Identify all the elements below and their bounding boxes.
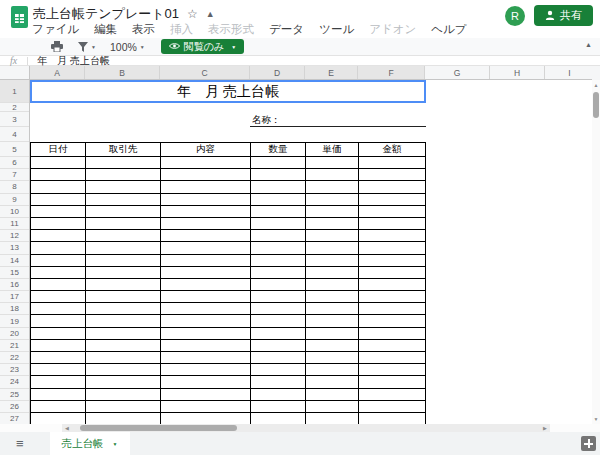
ledger-cell[interactable] (161, 181, 251, 193)
ledger-cell[interactable] (359, 217, 426, 229)
vertical-scrollbar[interactable]: ▲ ▼ (592, 80, 600, 424)
sheets-logo-icon[interactable] (11, 6, 28, 32)
ledger-cell[interactable] (251, 339, 306, 351)
ledger-cell[interactable] (161, 388, 251, 400)
ledger-cell[interactable] (86, 327, 161, 339)
menu-item-ヘルプ[interactable]: ヘルプ (431, 22, 466, 37)
ledger-cell[interactable] (86, 315, 161, 327)
row-header-22[interactable]: 22 (0, 352, 29, 364)
row-header-19[interactable]: 19 (0, 315, 29, 327)
scroll-down-icon[interactable]: ▼ (592, 414, 600, 424)
ledger-cell[interactable] (161, 193, 251, 205)
ledger-cell[interactable] (161, 230, 251, 242)
ledger-cell[interactable] (161, 352, 251, 364)
ledger-cell[interactable] (86, 412, 161, 424)
ledger-cell[interactable] (251, 278, 306, 290)
ledger-cell[interactable] (31, 205, 86, 217)
ledger-cell[interactable] (86, 388, 161, 400)
ledger-cell[interactable] (359, 400, 426, 412)
ledger-cell[interactable] (359, 352, 426, 364)
ledger-cell[interactable] (359, 412, 426, 424)
ledger-cell[interactable] (359, 303, 426, 315)
row-header-27[interactable]: 27 (0, 413, 29, 424)
select-all-corner[interactable] (0, 66, 30, 79)
column-header-E[interactable]: E (305, 66, 358, 79)
ledger-cell[interactable] (251, 400, 306, 412)
all-sheets-icon[interactable]: ≡ (16, 436, 24, 451)
ledger-cell[interactable] (359, 315, 426, 327)
ledger-cell[interactable] (161, 339, 251, 351)
ledger-cell[interactable] (31, 291, 86, 303)
ledger-header-数量[interactable]: 数量 (251, 143, 306, 157)
menu-item-ファイル[interactable]: ファイル (32, 22, 79, 37)
ledger-header-内容[interactable]: 内容 (161, 143, 251, 157)
row-header-7[interactable]: 7 (0, 169, 29, 181)
ledger-cell[interactable] (161, 169, 251, 181)
ledger-cell[interactable] (31, 352, 86, 364)
ledger-cell[interactable] (161, 376, 251, 388)
menu-item-編集[interactable]: 編集 (94, 22, 117, 37)
ledger-cell[interactable] (86, 303, 161, 315)
ledger-cell[interactable] (251, 169, 306, 181)
share-button[interactable]: 共有 (534, 5, 593, 26)
row-header-8[interactable]: 8 (0, 181, 29, 193)
ledger-cell[interactable] (161, 157, 251, 169)
ledger-cell[interactable] (251, 388, 306, 400)
ledger-cell[interactable] (306, 376, 359, 388)
ledger-cell[interactable] (251, 157, 306, 169)
ledger-cell[interactable] (306, 242, 359, 254)
ledger-cell[interactable] (251, 412, 306, 424)
ledger-cell[interactable] (86, 278, 161, 290)
column-header-D[interactable]: D (250, 66, 305, 79)
ledger-cell[interactable] (161, 303, 251, 315)
collapse-controls-icon[interactable]: ▲ (585, 41, 592, 48)
ledger-cell[interactable] (31, 364, 86, 376)
row-header-21[interactable]: 21 (0, 340, 29, 352)
scroll-up-icon[interactable]: ▲ (592, 80, 600, 90)
row-header-17[interactable]: 17 (0, 291, 29, 303)
ledger-cell[interactable] (306, 339, 359, 351)
row-header-4[interactable]: 4 (0, 127, 29, 142)
ledger-cell[interactable] (161, 291, 251, 303)
explore-button[interactable] (581, 436, 596, 451)
ledger-cell[interactable] (251, 217, 306, 229)
ledger-cell[interactable] (359, 278, 426, 290)
ledger-cell[interactable] (306, 315, 359, 327)
row-header-23[interactable]: 23 (0, 364, 29, 376)
ledger-cell[interactable] (86, 217, 161, 229)
row-header-26[interactable]: 26 (0, 401, 29, 413)
ledger-cell[interactable] (359, 181, 426, 193)
ledger-cell[interactable] (161, 254, 251, 266)
column-header-A[interactable]: A (30, 66, 85, 79)
row-header-5[interactable]: 5 (0, 142, 29, 157)
row-header-2[interactable]: 2 (0, 103, 29, 112)
ledger-cell[interactable] (86, 291, 161, 303)
ledger-cell[interactable] (359, 193, 426, 205)
ledger-cell[interactable] (306, 412, 359, 424)
ledger-cell[interactable] (31, 193, 86, 205)
ledger-cell[interactable] (86, 230, 161, 242)
ledger-cell[interactable] (251, 230, 306, 242)
ledger-cell[interactable] (31, 400, 86, 412)
ledger-cell[interactable] (161, 364, 251, 376)
scroll-left-icon[interactable]: ◀ (62, 424, 72, 432)
ledger-cell[interactable] (161, 327, 251, 339)
ledger-cell[interactable] (306, 364, 359, 376)
ledger-cell[interactable] (86, 193, 161, 205)
column-header-H[interactable]: H (490, 66, 545, 79)
ledger-cell[interactable] (161, 278, 251, 290)
row-header-13[interactable]: 13 (0, 242, 29, 254)
ledger-cell[interactable] (359, 266, 426, 278)
ledger-cell[interactable] (306, 327, 359, 339)
row-header-1[interactable]: 1 (0, 80, 29, 103)
ledger-cell[interactable] (306, 157, 359, 169)
ledger-cell[interactable] (251, 242, 306, 254)
filter-icon[interactable]: ▼ (78, 42, 96, 52)
ledger-cell[interactable] (306, 291, 359, 303)
ledger-cell[interactable] (306, 217, 359, 229)
ledger-cell[interactable] (306, 400, 359, 412)
ledger-cell[interactable] (306, 266, 359, 278)
ledger-cell[interactable] (306, 303, 359, 315)
ledger-cell[interactable] (31, 412, 86, 424)
ledger-header-日付[interactable]: 日付 (31, 143, 86, 157)
